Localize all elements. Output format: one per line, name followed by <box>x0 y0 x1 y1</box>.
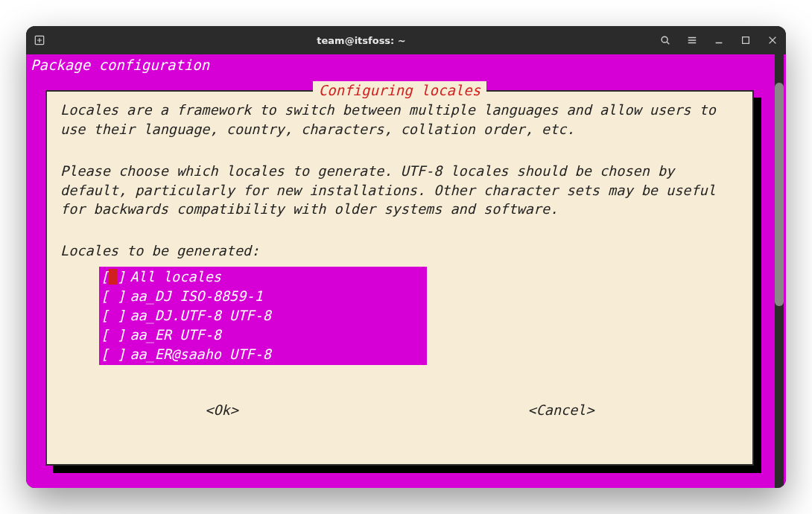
dialog-paragraph: Please choose which locales to generate.… <box>60 162 739 220</box>
checkbox-icon[interactable]: [ ] <box>101 287 125 306</box>
close-icon[interactable] <box>767 34 778 46</box>
list-item[interactable]: [ ] aa_ER UTF-8 <box>101 326 425 345</box>
cancel-button[interactable]: <Cancel> <box>525 401 597 420</box>
new-tab-icon[interactable] <box>34 34 45 46</box>
list-item[interactable]: [ ] aa_DJ ISO-8859-1 <box>101 287 425 306</box>
list-item[interactable]: [ ] aa_DJ.UTF-8 UTF-8 <box>101 306 425 326</box>
hamburger-menu-icon[interactable] <box>686 34 698 46</box>
locale-label: aa_ER UTF-8 <box>130 326 221 345</box>
config-dialog: Configuring locales Locales are a framew… <box>45 90 754 466</box>
locale-label: aa_DJ ISO-8859-1 <box>130 287 262 306</box>
terminal-window: team@itsfoss: ~ <box>26 26 786 488</box>
window-title: team@itsfoss: ~ <box>63 35 659 46</box>
checkbox-icon[interactable]: [ ] <box>101 345 125 364</box>
locale-label: aa_ER@saaho UTF-8 <box>130 345 270 364</box>
svg-rect-9 <box>743 37 749 44</box>
ok-button[interactable]: <Ok> <box>202 401 241 420</box>
locale-label: All locales <box>130 267 221 287</box>
checkbox-icon[interactable]: [ ] <box>101 267 125 287</box>
minimize-icon[interactable] <box>713 34 725 46</box>
window-titlebar: team@itsfoss: ~ <box>26 26 786 54</box>
list-item[interactable]: [ ] All locales <box>101 267 425 287</box>
search-icon[interactable] <box>659 34 671 46</box>
config-header: Package configuration <box>26 54 773 75</box>
maximize-icon[interactable] <box>740 34 752 46</box>
dialog-paragraph: Locales are a framework to switch betwee… <box>60 101 739 139</box>
terminal-viewport: Package configuration Configuring locale… <box>26 54 786 488</box>
svg-line-4 <box>667 42 669 44</box>
window-scrollbar-thumb[interactable] <box>775 83 784 306</box>
dialog-title: Configuring locales <box>313 81 486 101</box>
dialog-prompt: Locales to be generated: <box>60 241 739 261</box>
locale-label: aa_DJ.UTF-8 UTF-8 <box>130 306 270 326</box>
checkbox-icon[interactable]: [ ] <box>101 326 125 345</box>
locale-list[interactable]: [ ] All locales [ ] aa_DJ ISO-8859-1 [ ]… <box>99 267 427 364</box>
svg-point-3 <box>662 37 667 42</box>
checkbox-icon[interactable]: [ ] <box>101 306 125 326</box>
list-item[interactable]: [ ] aa_ER@saaho UTF-8 <box>101 345 425 364</box>
